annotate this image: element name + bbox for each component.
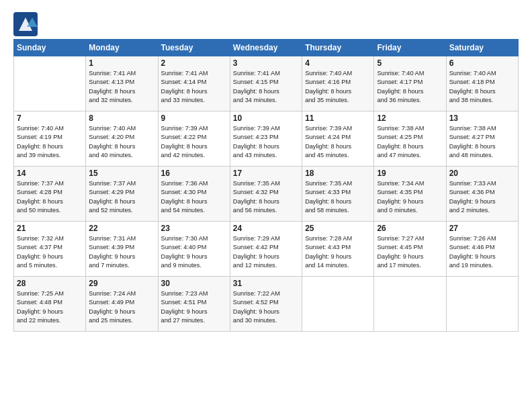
calendar-cell (14, 56, 86, 111)
day-number: 24 (233, 224, 299, 233)
weekday-header: Wednesday (230, 40, 302, 56)
calendar-cell: 1Sunrise: 7:41 AMSunset: 4:13 PMDaylight… (86, 56, 158, 111)
cell-info: Sunrise: 7:23 AMSunset: 4:51 PMDaylight:… (161, 289, 227, 325)
calendar-cell: 13Sunrise: 7:38 AMSunset: 4:27 PMDayligh… (446, 111, 518, 167)
cell-info: Sunrise: 7:32 AMSunset: 4:37 PMDaylight:… (17, 234, 83, 270)
calendar-cell (446, 277, 518, 332)
cell-info: Sunrise: 7:41 AMSunset: 4:15 PMDaylight:… (233, 69, 299, 105)
cell-info: Sunrise: 7:35 AMSunset: 4:33 PMDaylight:… (305, 179, 371, 215)
weekday-header: Saturday (446, 40, 518, 56)
day-number: 23 (161, 224, 227, 233)
day-number: 19 (377, 169, 443, 178)
calendar-cell: 10Sunrise: 7:39 AMSunset: 4:23 PMDayligh… (230, 111, 302, 167)
cell-info: Sunrise: 7:40 AMSunset: 4:18 PMDaylight:… (449, 69, 515, 105)
cell-info: Sunrise: 7:39 AMSunset: 4:24 PMDaylight:… (305, 124, 371, 160)
day-number: 11 (305, 113, 371, 123)
day-number: 17 (233, 169, 299, 178)
cell-info: Sunrise: 7:37 AMSunset: 4:28 PMDaylight:… (17, 179, 83, 215)
day-number: 6 (449, 58, 515, 68)
cell-info: Sunrise: 7:35 AMSunset: 4:32 PMDaylight:… (233, 179, 299, 215)
day-number: 20 (449, 169, 515, 178)
calendar-cell: 3Sunrise: 7:41 AMSunset: 4:15 PMDaylight… (230, 56, 302, 111)
calendar-cell: 16Sunrise: 7:36 AMSunset: 4:30 PMDayligh… (158, 167, 230, 222)
cell-info: Sunrise: 7:31 AMSunset: 4:39 PMDaylight:… (89, 234, 154, 270)
cell-info: Sunrise: 7:25 AMSunset: 4:48 PMDaylight:… (17, 289, 83, 325)
cell-info: Sunrise: 7:30 AMSunset: 4:40 PMDaylight:… (161, 234, 227, 270)
cell-info: Sunrise: 7:34 AMSunset: 4:35 PMDaylight:… (377, 179, 443, 215)
header (13, 12, 519, 31)
calendar-week-row: 28Sunrise: 7:25 AMSunset: 4:48 PMDayligh… (14, 277, 519, 332)
logo (13, 12, 34, 31)
calendar-cell: 17Sunrise: 7:35 AMSunset: 4:32 PMDayligh… (230, 167, 302, 222)
weekday-header: Friday (374, 40, 446, 56)
cell-info: Sunrise: 7:27 AMSunset: 4:45 PMDaylight:… (377, 234, 443, 270)
weekday-header: Tuesday (158, 40, 230, 56)
calendar-table: SundayMondayTuesdayWednesdayThursdayFrid… (13, 39, 519, 332)
day-number: 10 (233, 113, 299, 123)
day-number: 31 (233, 279, 299, 288)
cell-info: Sunrise: 7:24 AMSunset: 4:49 PMDaylight:… (89, 289, 154, 325)
cell-info: Sunrise: 7:26 AMSunset: 4:46 PMDaylight:… (449, 234, 515, 270)
calendar-cell: 7Sunrise: 7:40 AMSunset: 4:19 PMDaylight… (14, 111, 86, 167)
cell-info: Sunrise: 7:29 AMSunset: 4:42 PMDaylight:… (233, 234, 299, 270)
calendar-cell: 23Sunrise: 7:30 AMSunset: 4:40 PMDayligh… (158, 222, 230, 277)
cell-info: Sunrise: 7:38 AMSunset: 4:27 PMDaylight:… (449, 124, 515, 160)
weekday-header: Thursday (302, 40, 374, 56)
calendar-week-row: 7Sunrise: 7:40 AMSunset: 4:19 PMDaylight… (14, 111, 519, 167)
cell-info: Sunrise: 7:39 AMSunset: 4:22 PMDaylight:… (161, 124, 227, 160)
calendar-cell: 22Sunrise: 7:31 AMSunset: 4:39 PMDayligh… (86, 222, 158, 277)
calendar-cell: 20Sunrise: 7:33 AMSunset: 4:36 PMDayligh… (446, 167, 518, 222)
calendar-cell: 29Sunrise: 7:24 AMSunset: 4:49 PMDayligh… (86, 277, 158, 332)
page: SundayMondayTuesdayWednesdayThursdayFrid… (0, 0, 532, 338)
weekday-header-row: SundayMondayTuesdayWednesdayThursdayFrid… (14, 40, 519, 56)
calendar-cell: 4Sunrise: 7:40 AMSunset: 4:16 PMDaylight… (302, 56, 374, 111)
calendar-cell: 6Sunrise: 7:40 AMSunset: 4:18 PMDaylight… (446, 56, 518, 111)
day-number: 15 (89, 169, 154, 178)
day-number: 12 (377, 113, 443, 123)
day-number: 16 (161, 169, 227, 178)
day-number: 18 (305, 169, 371, 178)
day-number: 22 (89, 224, 154, 233)
calendar-week-row: 14Sunrise: 7:37 AMSunset: 4:28 PMDayligh… (14, 167, 519, 222)
day-number: 25 (305, 224, 371, 233)
calendar-cell: 27Sunrise: 7:26 AMSunset: 4:46 PMDayligh… (446, 222, 518, 277)
calendar-cell (302, 277, 374, 332)
calendar-cell (374, 277, 446, 332)
calendar-cell: 18Sunrise: 7:35 AMSunset: 4:33 PMDayligh… (302, 167, 374, 222)
calendar-cell: 15Sunrise: 7:37 AMSunset: 4:29 PMDayligh… (86, 167, 158, 222)
day-number: 26 (377, 224, 443, 233)
cell-info: Sunrise: 7:40 AMSunset: 4:20 PMDaylight:… (89, 124, 154, 160)
day-number: 28 (17, 279, 83, 288)
cell-info: Sunrise: 7:40 AMSunset: 4:19 PMDaylight:… (17, 124, 83, 160)
calendar-cell: 9Sunrise: 7:39 AMSunset: 4:22 PMDaylight… (158, 111, 230, 167)
cell-info: Sunrise: 7:36 AMSunset: 4:30 PMDaylight:… (161, 179, 227, 215)
calendar-cell: 31Sunrise: 7:22 AMSunset: 4:52 PMDayligh… (230, 277, 302, 332)
cell-info: Sunrise: 7:41 AMSunset: 4:14 PMDaylight:… (161, 69, 227, 105)
day-number: 2 (161, 58, 227, 68)
day-number: 13 (449, 113, 515, 123)
logo-icon (13, 12, 32, 31)
day-number: 3 (233, 58, 299, 68)
calendar-cell: 25Sunrise: 7:28 AMSunset: 4:43 PMDayligh… (302, 222, 374, 277)
day-number: 5 (377, 58, 443, 68)
calendar-cell: 11Sunrise: 7:39 AMSunset: 4:24 PMDayligh… (302, 111, 374, 167)
calendar-cell: 2Sunrise: 7:41 AMSunset: 4:14 PMDaylight… (158, 56, 230, 111)
day-number: 7 (17, 113, 83, 123)
calendar-cell: 30Sunrise: 7:23 AMSunset: 4:51 PMDayligh… (158, 277, 230, 332)
calendar-cell: 19Sunrise: 7:34 AMSunset: 4:35 PMDayligh… (374, 167, 446, 222)
day-number: 27 (449, 224, 515, 233)
calendar-week-row: 1Sunrise: 7:41 AMSunset: 4:13 PMDaylight… (14, 56, 519, 111)
calendar-cell: 21Sunrise: 7:32 AMSunset: 4:37 PMDayligh… (14, 222, 86, 277)
calendar-cell: 26Sunrise: 7:27 AMSunset: 4:45 PMDayligh… (374, 222, 446, 277)
calendar-cell: 12Sunrise: 7:38 AMSunset: 4:25 PMDayligh… (374, 111, 446, 167)
cell-info: Sunrise: 7:22 AMSunset: 4:52 PMDaylight:… (233, 289, 299, 325)
cell-info: Sunrise: 7:37 AMSunset: 4:29 PMDaylight:… (89, 179, 154, 215)
day-number: 4 (305, 58, 371, 68)
weekday-header: Sunday (14, 40, 86, 56)
weekday-header: Monday (86, 40, 158, 56)
cell-info: Sunrise: 7:38 AMSunset: 4:25 PMDaylight:… (377, 124, 443, 160)
cell-info: Sunrise: 7:33 AMSunset: 4:36 PMDaylight:… (449, 179, 515, 215)
day-number: 8 (89, 113, 154, 123)
day-number: 21 (17, 224, 83, 233)
cell-info: Sunrise: 7:28 AMSunset: 4:43 PMDaylight:… (305, 234, 371, 270)
